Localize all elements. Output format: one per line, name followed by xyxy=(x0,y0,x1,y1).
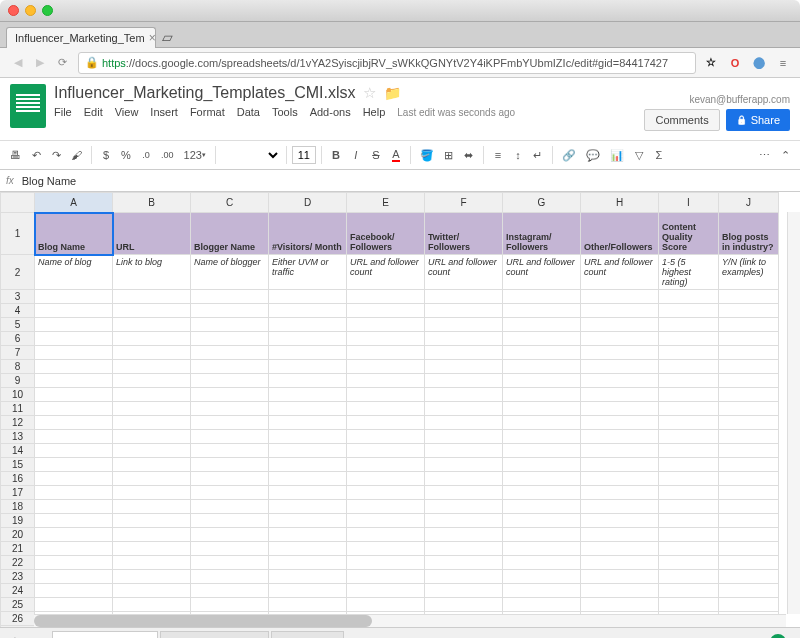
star-icon[interactable]: ☆ xyxy=(363,84,376,102)
row-header-12[interactable]: 12 xyxy=(1,416,35,430)
italic-button[interactable]: I xyxy=(347,146,365,164)
cell-F25[interactable] xyxy=(425,598,503,612)
cell-B9[interactable] xyxy=(113,374,191,388)
cell-F6[interactable] xyxy=(425,332,503,346)
cell-F9[interactable] xyxy=(425,374,503,388)
sheet-tab-vendor-tracking[interactable]: Vendor Tracking▼ xyxy=(160,631,269,639)
cell-G8[interactable] xyxy=(503,360,581,374)
row-header-27[interactable]: 27 xyxy=(1,626,35,628)
cell-C3[interactable] xyxy=(191,290,269,304)
cell-H9[interactable] xyxy=(581,374,659,388)
more-formats[interactable]: 123▾ xyxy=(180,146,210,164)
cell-F12[interactable] xyxy=(425,416,503,430)
cell-J10[interactable] xyxy=(719,388,779,402)
row-header-22[interactable]: 22 xyxy=(1,556,35,570)
cell-E19[interactable] xyxy=(347,514,425,528)
row-header-16[interactable]: 16 xyxy=(1,472,35,486)
cell-E22[interactable] xyxy=(347,556,425,570)
row-header-9[interactable]: 9 xyxy=(1,374,35,388)
row-header-19[interactable]: 19 xyxy=(1,514,35,528)
cell-H2[interactable]: URL and follower count xyxy=(581,255,659,290)
back-button[interactable]: ◀ xyxy=(8,53,28,73)
cell-I16[interactable] xyxy=(659,472,719,486)
row-header-4[interactable]: 4 xyxy=(1,304,35,318)
cell-C21[interactable] xyxy=(191,542,269,556)
row-header-21[interactable]: 21 xyxy=(1,542,35,556)
cell-C4[interactable] xyxy=(191,304,269,318)
cell-E13[interactable] xyxy=(347,430,425,444)
cell-B15[interactable] xyxy=(113,458,191,472)
cell-H12[interactable] xyxy=(581,416,659,430)
cell-E24[interactable] xyxy=(347,584,425,598)
cell-E18[interactable] xyxy=(347,500,425,514)
all-sheets-button[interactable]: ≡ xyxy=(28,631,50,639)
cell-J14[interactable] xyxy=(719,444,779,458)
row-header-2[interactable]: 2 xyxy=(1,255,35,290)
cell-D23[interactable] xyxy=(269,570,347,584)
cell-J11[interactable] xyxy=(719,402,779,416)
cell-B16[interactable] xyxy=(113,472,191,486)
cell-D25[interactable] xyxy=(269,598,347,612)
cell-D6[interactable] xyxy=(269,332,347,346)
fill-color-icon[interactable]: 🪣 xyxy=(416,146,438,165)
cell-F10[interactable] xyxy=(425,388,503,402)
select-all-corner[interactable] xyxy=(1,193,35,213)
menu-insert[interactable]: Insert xyxy=(150,106,178,118)
cell-B22[interactable] xyxy=(113,556,191,570)
cell-H18[interactable] xyxy=(581,500,659,514)
cell-A22[interactable] xyxy=(35,556,113,570)
cell-F20[interactable] xyxy=(425,528,503,542)
cell-G1[interactable]: Instagram/ Followers xyxy=(503,213,581,255)
comment-icon[interactable]: 💬 xyxy=(582,146,604,165)
cell-G25[interactable] xyxy=(503,598,581,612)
cell-G23[interactable] xyxy=(503,570,581,584)
cell-G13[interactable] xyxy=(503,430,581,444)
cell-D22[interactable] xyxy=(269,556,347,570)
cell-E20[interactable] xyxy=(347,528,425,542)
cell-C20[interactable] xyxy=(191,528,269,542)
row-header-15[interactable]: 15 xyxy=(1,458,35,472)
cell-B13[interactable] xyxy=(113,430,191,444)
row-header-10[interactable]: 10 xyxy=(1,388,35,402)
cell-A11[interactable] xyxy=(35,402,113,416)
cell-G4[interactable] xyxy=(503,304,581,318)
extension-icon[interactable]: ⬤ xyxy=(750,54,768,72)
column-header-B[interactable]: B xyxy=(113,193,191,213)
cell-I4[interactable] xyxy=(659,304,719,318)
chart-icon[interactable]: 📊 xyxy=(606,146,628,165)
cell-J17[interactable] xyxy=(719,486,779,500)
cell-J16[interactable] xyxy=(719,472,779,486)
window-minimize-button[interactable] xyxy=(25,5,36,16)
formula-bar[interactable]: fx Blog Name xyxy=(0,170,800,192)
cell-G15[interactable] xyxy=(503,458,581,472)
format-currency[interactable]: $ xyxy=(97,146,115,164)
cell-C9[interactable] xyxy=(191,374,269,388)
cell-D12[interactable] xyxy=(269,416,347,430)
browser-menu-icon[interactable]: ≡ xyxy=(774,54,792,72)
cell-J22[interactable] xyxy=(719,556,779,570)
cell-E25[interactable] xyxy=(347,598,425,612)
h-align-icon[interactable]: ≡ xyxy=(489,146,507,164)
cell-D7[interactable] xyxy=(269,346,347,360)
bookmark-icon[interactable]: ☆ xyxy=(702,54,720,72)
cell-D20[interactable] xyxy=(269,528,347,542)
cell-I7[interactable] xyxy=(659,346,719,360)
menu-edit[interactable]: Edit xyxy=(84,106,103,118)
cell-H8[interactable] xyxy=(581,360,659,374)
forward-button[interactable]: ▶ xyxy=(30,53,50,73)
cell-J1[interactable]: Blog posts in industry? xyxy=(719,213,779,255)
row-header-24[interactable]: 24 xyxy=(1,584,35,598)
new-tab-button[interactable]: ▱ xyxy=(156,27,179,47)
cell-B24[interactable] xyxy=(113,584,191,598)
cell-C2[interactable]: Name of blogger xyxy=(191,255,269,290)
cell-J19[interactable] xyxy=(719,514,779,528)
cell-D9[interactable] xyxy=(269,374,347,388)
cell-B1[interactable]: URL xyxy=(113,213,191,255)
row-header-7[interactable]: 7 xyxy=(1,346,35,360)
cell-C11[interactable] xyxy=(191,402,269,416)
column-header-D[interactable]: D xyxy=(269,193,347,213)
spreadsheet-grid[interactable]: ABCDEFGHIJ1Blog NameURLBlogger Name#Visi… xyxy=(0,192,800,627)
cell-B18[interactable] xyxy=(113,500,191,514)
cell-C16[interactable] xyxy=(191,472,269,486)
cell-G21[interactable] xyxy=(503,542,581,556)
